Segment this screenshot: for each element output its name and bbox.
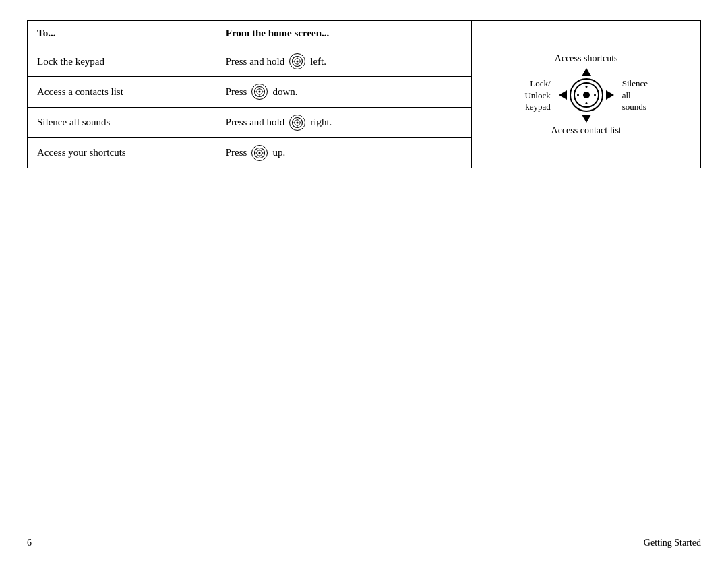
diagram-middle-row: Lock/ Unlock keypad: [524, 77, 648, 113]
left-label-line1: Lock/: [530, 77, 550, 90]
large-nav-icon-inner: [574, 82, 599, 108]
svg-point-5: [294, 61, 295, 62]
svg-point-26: [256, 152, 257, 154]
diagram-bottom-arrow-row: [582, 115, 591, 123]
svg-point-19: [294, 122, 295, 123]
svg-point-11: [260, 95, 261, 96]
left-label-line2: Unlock: [524, 90, 550, 102]
row4-to: Access your shortcuts: [28, 137, 216, 168]
row3-to: Silence all sounds: [28, 107, 216, 137]
header-to: To...: [28, 21, 216, 46]
svg-point-9: [259, 91, 261, 93]
svg-point-17: [297, 119, 298, 120]
svg-point-24: [260, 149, 261, 150]
right-label-line2: all: [622, 90, 631, 102]
row4-text-before: Press: [226, 147, 247, 158]
arrow-down-icon: [582, 115, 591, 123]
right-label-line1: Silence: [622, 77, 648, 90]
row2-from: Press down.: [216, 77, 472, 107]
row1-text-after: left.: [310, 56, 326, 67]
row1-text-before: Press and hold: [226, 56, 285, 67]
large-nav-icon-center: [583, 92, 590, 98]
svg-point-16: [297, 121, 299, 123]
left-label-line3: keypad: [525, 101, 551, 113]
svg-point-18: [297, 125, 298, 127]
row1-from: Press and hold: [216, 46, 472, 77]
row1-to: Lock the keypad: [28, 46, 216, 77]
footer: 6 Getting Started: [27, 532, 701, 549]
nav-icon-row1: [289, 53, 305, 69]
svg-point-2: [297, 61, 299, 63]
row4-text-after: up.: [272, 147, 285, 158]
row2-text-after: down.: [272, 86, 297, 98]
svg-point-10: [260, 88, 261, 90]
row3-text-after: right.: [310, 117, 332, 128]
diagram-left-labels: Lock/ Unlock keypad: [524, 77, 550, 113]
header-diagram: [472, 21, 701, 46]
nav-icon-row3: [289, 115, 305, 131]
section-label: Getting Started: [644, 538, 701, 549]
svg-point-4: [297, 64, 298, 65]
diagram-bottom-label: Access contact list: [551, 125, 621, 136]
diagram-nav: Lock/ Unlock keypad: [524, 68, 648, 123]
right-label-line3: sounds: [622, 101, 646, 113]
svg-point-25: [260, 156, 261, 157]
row3-text-before: Press and hold: [226, 117, 285, 128]
main-table: To... From the home screen... Lock the k…: [27, 20, 701, 168]
row2-text-before: Press: [226, 86, 247, 98]
page-number: 6: [27, 538, 32, 549]
arrow-up-icon: [582, 68, 591, 76]
large-nav-icon: [570, 78, 603, 112]
diagram-cell: Access shortcuts Lock/ Unlock: [472, 46, 701, 168]
diagram-top-label: Access shortcuts: [555, 53, 618, 64]
svg-point-23: [259, 152, 261, 154]
svg-point-6: [300, 61, 301, 62]
svg-point-3: [297, 58, 298, 59]
arrow-left-icon: [559, 90, 567, 100]
svg-point-20: [300, 122, 301, 123]
nav-icon-row2: [251, 84, 268, 100]
row3-from: Press and hold: [216, 107, 472, 137]
diagram: Access shortcuts Lock/ Unlock: [481, 53, 691, 161]
row2-to: Access a contacts list: [28, 77, 216, 107]
arrow-right-icon: [606, 90, 614, 100]
nav-icon-row4: [251, 145, 268, 161]
header-from: From the home screen...: [216, 21, 472, 46]
svg-point-27: [263, 152, 264, 154]
svg-point-13: [263, 92, 264, 93]
diagram-right-labels: Silence all sounds: [622, 77, 648, 113]
row4-from: Press up.: [216, 137, 472, 168]
svg-point-12: [256, 92, 257, 93]
diagram-top-row: [582, 68, 591, 76]
